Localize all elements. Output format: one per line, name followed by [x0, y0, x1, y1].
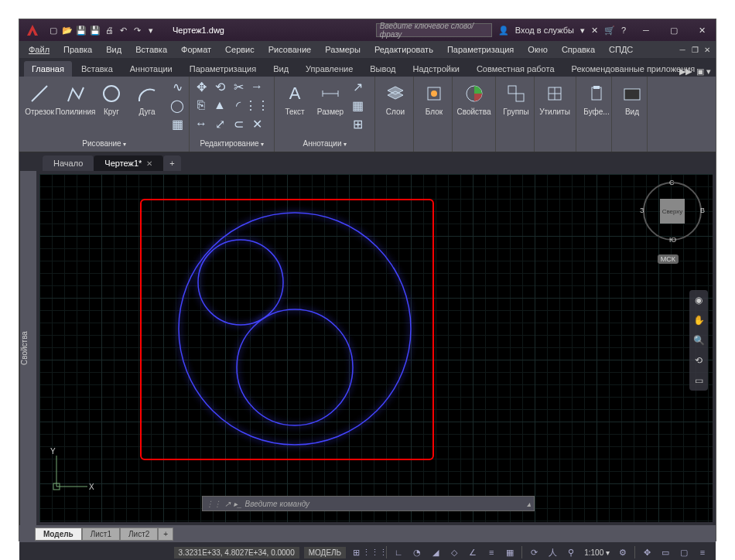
copy-icon[interactable]: ⎘	[193, 97, 210, 114]
wcs-badge[interactable]: МСК	[658, 254, 679, 264]
status-ortho-icon[interactable]: ∟	[390, 545, 407, 560]
offset-icon[interactable]: ⊂	[230, 115, 247, 132]
mdi-close-icon[interactable]: ✕	[702, 44, 713, 55]
menu-param[interactable]: Параметризация	[441, 43, 520, 56]
viewcube-north[interactable]: С	[669, 179, 675, 186]
doctab-close-icon[interactable]: ✕	[146, 159, 152, 168]
text-button[interactable]: A Текст	[278, 78, 312, 116]
block-button[interactable]: Блок	[417, 78, 451, 116]
layout-add[interactable]: +	[158, 528, 173, 541]
status-annoscale-icon[interactable]: 人	[544, 545, 561, 560]
qat-more-icon[interactable]: ▾	[145, 24, 157, 36]
ribbon-tab-addins[interactable]: Надстройки	[405, 61, 467, 77]
menu-file[interactable]: Файл	[22, 43, 56, 56]
close-button[interactable]: ✕	[688, 19, 716, 41]
menu-edit[interactable]: Правка	[57, 43, 98, 56]
leader-icon[interactable]: ↗	[349, 78, 366, 95]
status-customize-icon[interactable]: ≡	[694, 545, 711, 560]
redo-icon[interactable]: ↷	[131, 24, 143, 36]
trim-icon[interactable]: ✂	[230, 78, 247, 95]
nav-showmotion-icon[interactable]: ▭	[692, 374, 706, 388]
ribbon-tab-home[interactable]: Главная	[24, 61, 72, 77]
stretch-icon[interactable]: ↔	[193, 115, 210, 132]
cmdline-grip-icon[interactable]: ⋮⋮	[206, 500, 221, 508]
ribbon-tab-view[interactable]: Вид	[265, 61, 296, 77]
cmdline-history-icon[interactable]: ↗	[224, 500, 231, 508]
layout-sheet2[interactable]: Лист2	[120, 528, 158, 541]
status-snap-icon[interactable]: ⋮⋮⋮	[366, 545, 383, 560]
hatch-icon[interactable]: ▦	[169, 115, 186, 132]
erase-icon[interactable]: ✕	[248, 115, 265, 132]
status-model[interactable]: МОДЕЛЬ	[304, 547, 346, 558]
clip-button[interactable]: Буфе...	[579, 78, 614, 116]
maximize-button[interactable]: ▢	[660, 19, 688, 41]
properties-palette-tab[interactable]: Свойства	[19, 171, 36, 525]
spline-icon[interactable]: ∿	[169, 78, 186, 95]
utils-button[interactable]: Утилиты	[538, 78, 572, 116]
drawing-canvas[interactable]: YX ⋮⋮ ↗ ▸_ Введите команду ▴ Сверху С Ю …	[36, 171, 716, 525]
saveas-icon[interactable]: 💾	[89, 24, 101, 36]
table-icon[interactable]: ▦	[349, 97, 366, 114]
panel-anno-title[interactable]: Аннотации▾	[278, 138, 371, 152]
status-scale[interactable]: 1:100 ▾	[581, 547, 613, 558]
status-gear-icon[interactable]: ⚙	[614, 545, 631, 560]
scale-icon[interactable]: ⤢	[211, 115, 228, 132]
layout-sheet1[interactable]: Лист1	[82, 528, 120, 541]
polyline-button[interactable]: Полилиния	[58, 78, 93, 116]
status-cycle-icon[interactable]: ⟳	[525, 545, 542, 560]
signin-label[interactable]: Вход в службы	[515, 26, 574, 35]
nav-zoom-icon[interactable]: 🔍	[692, 333, 706, 347]
layers-button[interactable]: Слои	[378, 78, 412, 116]
rotate-icon[interactable]: ⟲	[211, 78, 228, 95]
status-track-icon[interactable]: ∠	[464, 545, 481, 560]
mdi-restore-icon[interactable]: ❐	[689, 44, 700, 55]
command-line[interactable]: ⋮⋮ ↗ ▸_ Введите команду ▴	[202, 496, 535, 511]
open-icon[interactable]: 📂	[61, 24, 74, 36]
doctab-drawing[interactable]: Чертеж1*✕	[94, 155, 163, 171]
minimize-button[interactable]: ─	[632, 19, 660, 41]
move-icon[interactable]: ✥	[193, 78, 210, 95]
menu-insert[interactable]: Вставка	[129, 43, 173, 56]
cart-icon[interactable]: 🛒	[604, 26, 615, 36]
menu-dim[interactable]: Размеры	[319, 43, 367, 56]
status-ws-icon[interactable]: ✥	[638, 545, 655, 560]
undo-icon[interactable]: ↶	[117, 24, 129, 36]
menu-window[interactable]: Окно	[521, 43, 554, 56]
cmdline-recent-icon[interactable]: ▴	[527, 500, 531, 508]
status-polar-icon[interactable]: ◔	[409, 545, 426, 560]
signin-icon[interactable]: 👤	[498, 26, 509, 36]
ribbon-collapse-icon[interactable]: ▣ ▾	[696, 67, 711, 77]
nav-orbit-icon[interactable]: ⟲	[692, 353, 706, 367]
extend-icon[interactable]: →	[248, 78, 265, 95]
menu-modify[interactable]: Редактировать	[368, 43, 439, 56]
help-icon[interactable]: ?	[621, 26, 626, 35]
viewcube[interactable]: Сверху С Ю В З	[643, 182, 702, 241]
doctab-start[interactable]: Начало	[43, 155, 94, 171]
nav-pan-icon[interactable]: ✋	[692, 313, 706, 327]
ellipse-icon[interactable]: ◯	[169, 97, 186, 114]
status-trans-icon[interactable]: ▦	[501, 545, 518, 560]
ribbon-tab-output[interactable]: Вывод	[362, 61, 403, 77]
panel-edit-title[interactable]: Редактирование▾	[193, 138, 271, 152]
plot-icon[interactable]: 🖨	[103, 24, 115, 36]
status-clean-icon[interactable]: ▢	[675, 545, 692, 560]
menu-spds[interactable]: СПДС	[603, 43, 639, 56]
array-icon[interactable]: ⋮⋮	[248, 97, 265, 114]
coords-readout[interactable]: 3.3231E+33, 4.8027E+34, 0.0000	[174, 547, 299, 558]
line-button[interactable]: Отрезок	[22, 78, 56, 116]
new-icon[interactable]: ▢	[47, 24, 60, 36]
props-button[interactable]: Свойства	[456, 78, 492, 116]
exchange-icon[interactable]: ✕	[591, 26, 598, 36]
status-iso-icon[interactable]: ◢	[427, 545, 444, 560]
mirror-icon[interactable]: ▲	[211, 97, 228, 114]
viewcube-south[interactable]: Ю	[669, 236, 676, 244]
layout-model[interactable]: Модель	[35, 528, 82, 541]
nav-fullnav-icon[interactable]: ◉	[692, 293, 706, 307]
viewcube-west[interactable]: З	[640, 207, 644, 214]
ribbon-tab-insert[interactable]: Вставка	[74, 61, 121, 77]
status-monitor-icon[interactable]: ▭	[657, 545, 674, 560]
status-osnap-icon[interactable]: ◇	[446, 545, 463, 560]
mtext-icon[interactable]: ⊞	[349, 115, 366, 132]
view-button[interactable]: Вид	[615, 78, 649, 116]
arc-button[interactable]: Дуга	[130, 78, 164, 116]
